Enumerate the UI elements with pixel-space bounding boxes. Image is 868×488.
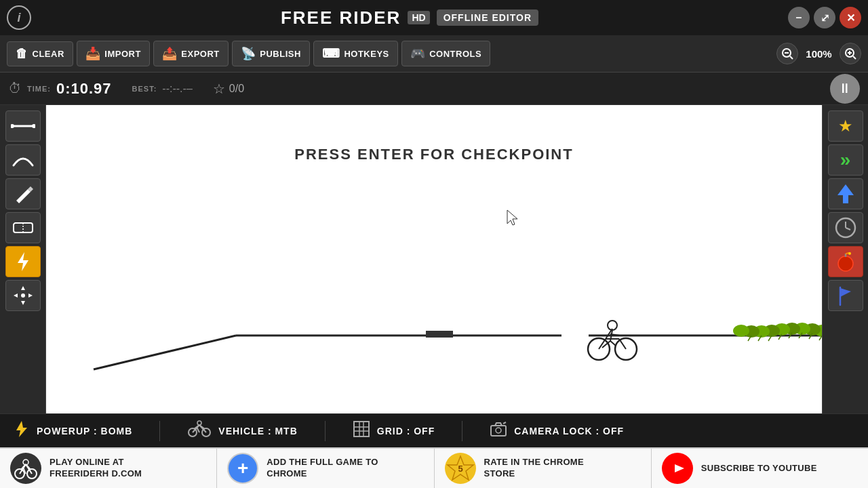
hotkeys-button[interactable]: ⌨ HOTKEYS [313,41,398,66]
trash-icon: 🗑 [16,47,28,61]
publish-button[interactable]: 📡 PUBLISH [232,41,310,66]
resize-button[interactable]: ⤢ [814,7,835,28]
svg-point-27 [608,321,617,330]
camera-lock-icon [490,422,507,441]
app-title: FREE RIDER HD OFFLINE EDITOR [281,7,538,28]
minimize-button[interactable]: – [788,7,810,28]
toolbar: 🗑 CLEAR 📥 IMPORT 📤 EXPORT 📡 PUBLISH ⌨ HO… [0,35,868,73]
left-toolbar [0,105,46,413]
flag-powerup-button[interactable] [828,280,863,311]
controls-button[interactable]: 🎮 CONTROLS [401,41,490,66]
controls-icon: 🎮 [410,46,426,61]
chrome-banner-icon: + [227,453,258,484]
import-icon: 📥 [85,46,101,61]
grid-status[interactable]: GRID : OFF [353,420,435,442]
track-canvas[interactable] [46,105,822,413]
divider-1 [159,421,160,441]
import-button[interactable]: 📥 IMPORT [77,41,150,66]
bike-banner-icon [10,453,41,484]
right-toolbar: ★ » [822,105,868,413]
title-text: FREE RIDER [281,7,401,28]
svg-point-63 [848,252,851,255]
curve-tool-button[interactable] [5,144,41,176]
export-button[interactable]: 📤 EXPORT [153,41,229,66]
publish-icon: 📡 [241,46,256,61]
boost-powerup-button[interactable]: » [828,144,863,176]
bomb-powerup-button[interactable] [828,246,863,277]
svg-rect-73 [354,422,369,436]
svg-point-88 [23,460,28,465]
svg-line-59 [846,228,850,230]
add-chrome-text: ADD THE FULL GAME TO CHROME [267,457,378,480]
time-label: TIME: [27,85,51,93]
timer-section: ⏱ TIME: 0:10.97 [8,80,112,98]
play-online-text: PLAY ONLINE AT FREERIDERH D.COM [50,457,142,480]
star-powerup-button[interactable]: ★ [828,110,863,142]
grid-icon [353,420,370,442]
powerup-icon [14,420,30,442]
time-value: 0:10.97 [56,80,112,98]
export-icon: 📤 [162,46,178,61]
camera-label: CAMERA LOCK : OFF [514,426,624,436]
svg-line-80 [503,422,506,424]
close-button[interactable]: ✕ [840,7,861,28]
svg-line-14 [94,336,236,369]
eraser-tool-button[interactable] [5,212,41,243]
lightning-tool-button[interactable] [5,246,41,277]
star-badge-icon: 5 [445,453,476,484]
subscribe-youtube-text: SUBSCRIBE TO YOUTUBE [701,463,817,474]
score-value: 0/0 [229,83,244,95]
divider-2 [325,421,326,441]
powerup-label: POWERUP : BOMB [37,426,132,436]
zoom-in-button[interactable] [840,43,861,64]
clear-button[interactable]: 🗑 CLEAR [7,41,73,66]
svg-line-1 [790,56,793,59]
cursor-indicator [507,210,517,225]
rate-chrome-text: RATE IN THE CHROME STORE [484,457,584,480]
add-chrome-banner[interactable]: + ADD THE FULL GAME TO CHROME [217,449,434,488]
svg-text:5: 5 [458,464,462,474]
banner-bar: PLAY ONLINE AT FREERIDERH D.COM + ADD TH… [0,447,868,488]
timer-bar: ⏱ TIME: 0:10.97 BEST: --:--.-– ☆ 0/0 ⏸ [0,73,868,105]
up-arrow-powerup-button[interactable] [828,178,863,209]
vehicle-status[interactable]: VEHICLE : MTB [187,420,297,442]
camera-status[interactable]: CAMERA LOCK : OFF [490,422,624,441]
svg-point-41 [733,325,749,337]
svg-point-81 [496,428,501,433]
info-button[interactable]: i [7,5,31,30]
zoom-level: 100% [804,48,834,60]
canvas-area[interactable]: PRESS ENTER FOR CHECKPOINT [46,105,822,413]
main-area: PRESS ENTER FOR CHECKPOINT [0,105,868,413]
grid-label: GRID : OFF [377,426,435,436]
keyboard-icon: ⌨ [322,46,340,61]
rate-chrome-banner[interactable]: 5 RATE IN THE CHROME STORE [435,449,652,488]
pause-button[interactable]: ⏸ [830,74,860,104]
score-star-icon: ☆ [213,81,225,97]
hd-badge: HD [408,11,429,24]
best-value: --:--.-– [162,83,192,95]
play-online-banner[interactable]: PLAY ONLINE AT FREERIDERH D.COM [0,449,217,488]
move-tool-button[interactable] [5,280,41,311]
powerup-status: POWERUP : BOMB [14,420,132,442]
best-section: BEST: --:--.-– [132,83,193,95]
clock-powerup-button[interactable] [828,212,863,243]
zoom-out-button[interactable] [776,43,798,64]
score-section: ☆ 0/0 [213,81,244,97]
pencil-tool-button[interactable] [5,178,41,209]
svg-point-72 [197,421,201,425]
line-tool-button[interactable] [5,110,41,142]
window-controls: – ⤢ ✕ [788,7,861,28]
vehicle-icon [187,420,212,442]
zoom-controls: 100% [776,43,861,64]
svg-point-9 [32,124,35,128]
svg-rect-16 [426,331,453,338]
svg-rect-11 [14,223,33,232]
svg-line-25 [619,339,626,349]
svg-line-31 [610,341,616,346]
timer-icon: ⏱ [8,81,22,96]
svg-point-13 [21,293,25,298]
offline-editor-badge: OFFLINE EDITOR [437,9,538,26]
status-bar: POWERUP : BOMB VEHICLE : MTB GRID : OFF [0,413,868,447]
subscribe-youtube-banner[interactable]: SUBSCRIBE TO YOUTUBE [652,449,868,488]
svg-line-4 [853,56,856,59]
